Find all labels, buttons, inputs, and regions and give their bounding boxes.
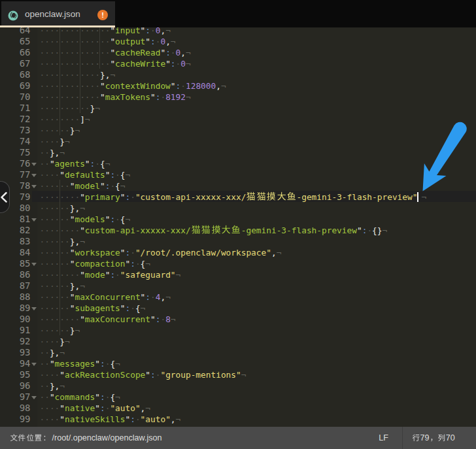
cjk-glyph: [221, 224, 231, 235]
line-number: 75: [0, 146, 31, 158]
status-bar: /root/.openclaw/openclaw.json LF 7970: [0, 427, 476, 449]
cjk-glyph: [231, 224, 241, 235]
cjk-glyph: [277, 191, 286, 202]
code-line-77[interactable]: 77····"defaults":·{¬: [0, 169, 476, 180]
code-line-82[interactable]: 82········"custom-api-xxxxx-xxx/-gemini-…: [0, 224, 476, 235]
line-number: 96: [0, 380, 31, 391]
fold-arrow-icon[interactable]: [31, 185, 37, 188]
line-number: 81: [0, 213, 31, 224]
code-lines: 64··············"input":·0,¬65··········…: [0, 27, 476, 427]
line-number: 87: [0, 280, 31, 291]
sidebar-collapse-button[interactable]: [0, 181, 10, 213]
code-line-73[interactable]: 73······}¬: [0, 124, 476, 135]
cursor-position-indicator[interactable]: 7970: [412, 427, 455, 449]
line-ending-indicator[interactable]: LF: [365, 427, 402, 449]
text-cursor: [417, 192, 418, 202]
fold-arrow-icon[interactable]: [31, 263, 37, 266]
line-number: 72: [0, 113, 31, 124]
code-line-75[interactable]: 75··},¬: [0, 146, 476, 158]
code-line-95[interactable]: 95····"ackReactionScope":·"group-mention…: [0, 369, 476, 380]
code-line-89[interactable]: 89······"subagents":·{¬: [0, 302, 476, 313]
code-line-76[interactable]: 76··"agents":·{¬: [0, 158, 476, 169]
code-line-91[interactable]: 91······}¬: [0, 324, 476, 335]
line-number: 91: [0, 324, 31, 335]
code-line-93[interactable]: 93··},¬: [0, 346, 476, 358]
fold-arrow-icon[interactable]: [31, 307, 37, 310]
line-number: 70: [0, 91, 31, 102]
line-number: 99: [0, 413, 31, 424]
cjk-glyph: [256, 191, 266, 202]
fold-arrow-icon[interactable]: [31, 396, 37, 399]
line-number: 67: [0, 58, 31, 69]
code-line-90[interactable]: 90········"maxConcurrent":·8¬: [0, 313, 476, 324]
code-line-94[interactable]: 94··"messages":·{¬: [0, 358, 476, 369]
code-line-80[interactable]: 80······},¬: [0, 202, 476, 213]
code-line-88[interactable]: 88······"maxConcurrent":·4,¬: [0, 291, 476, 302]
line-number: 98: [0, 402, 31, 413]
code-line-65[interactable]: 65··············"output":·0,¬: [0, 35, 476, 46]
line-number: 74: [0, 135, 31, 146]
code-line-86[interactable]: 86········"mode":·"safeguard"¬: [0, 269, 476, 280]
cjk-glyph: [246, 191, 256, 202]
code-line-72[interactable]: 72········]¬: [0, 113, 476, 124]
code-line-96[interactable]: 96··},¬: [0, 380, 476, 391]
code-line-83[interactable]: 83······},¬: [0, 235, 476, 246]
code-line-79[interactable]: 79········"primary":·"custom-api-xxxxx-x…: [0, 191, 476, 202]
line-number: 69: [0, 80, 31, 91]
fold-arrow-icon[interactable]: [31, 363, 37, 366]
line-number: 71: [0, 102, 31, 113]
code-line-97[interactable]: 97··"commands":·{¬: [0, 391, 476, 402]
line-number: 76: [0, 158, 31, 169]
code-line-71[interactable]: 71··········}¬: [0, 102, 476, 113]
code-line-84[interactable]: 84······"workspace":·"/root/.openclaw/wo…: [0, 246, 476, 258]
code-line-98[interactable]: 98····"native":·"auto",¬: [0, 402, 476, 413]
code-editor[interactable]: 64··············"input":·0,¬65··········…: [0, 27, 476, 427]
code-line-68[interactable]: 68············},¬: [0, 69, 476, 80]
cjk-glyph: [191, 224, 201, 235]
code-line-78[interactable]: 78······"model":·{¬: [0, 180, 476, 191]
fold-arrow-icon[interactable]: [31, 174, 37, 177]
line-number: 83: [0, 235, 31, 246]
cjk-glyph: [211, 224, 221, 235]
chevron-left-icon: [1, 191, 7, 205]
line-number: 97: [0, 391, 31, 402]
line-number: 84: [0, 246, 31, 258]
tab-openclaw-json[interactable]: openclaw.json !: [1, 1, 115, 25]
file-path: /root/.openclaw/openclaw.json: [52, 427, 162, 449]
line-number: 86: [0, 269, 31, 280]
code-line-64[interactable]: 64··············"input":·0,¬: [0, 27, 476, 35]
line-number: 90: [0, 313, 31, 324]
line-number: 68: [0, 69, 31, 80]
code-line-99[interactable]: 99····"nativeSkills":·"auto",¬: [0, 413, 476, 424]
code-line-70[interactable]: 70············"maxTokens":·8192¬: [0, 91, 476, 102]
line-number: 77: [0, 169, 31, 180]
cjk-glyph: [201, 224, 211, 235]
tab-bar: openclaw.json !: [0, 0, 476, 27]
openclaw-spiral-icon: [8, 10, 18, 21]
code-line-66[interactable]: 66··············"cacheRead":·0,¬: [0, 46, 476, 58]
tab-title: openclaw.json: [25, 1, 80, 25]
modified-badge-icon[interactable]: !: [97, 10, 108, 20]
fold-arrow-icon[interactable]: [31, 218, 37, 222]
code-line-74[interactable]: 74····}¬: [0, 135, 476, 146]
code-line-92[interactable]: 92····}¬: [0, 335, 476, 346]
code-line-67[interactable]: 67··············"cacheWrite":·0¬: [0, 58, 476, 69]
code-line-69[interactable]: 69············"contextWindow":·128000,¬: [0, 80, 476, 91]
cjk-glyph: [266, 191, 276, 202]
code-line-87[interactable]: 87······},¬: [0, 280, 476, 291]
code-line-85[interactable]: 85······"compaction":·{¬: [0, 258, 476, 269]
code-line-81[interactable]: 81······"models":·{¬: [0, 213, 476, 224]
editor-window: openclaw.json ! 64··············"input":…: [0, 0, 476, 449]
line-number: 89: [0, 302, 31, 313]
cjk-glyph: [286, 191, 296, 202]
line-number: 85: [0, 258, 31, 269]
line-number: 64: [0, 27, 31, 35]
line-number: 93: [0, 346, 31, 358]
file-location-label: [10, 427, 51, 444]
line-number: 82: [0, 224, 31, 235]
file-location: /root/.openclaw/openclaw.json: [10, 427, 162, 449]
line-number: 92: [0, 335, 31, 346]
line-number: 66: [0, 46, 31, 58]
line-number: 73: [0, 124, 31, 135]
fold-arrow-icon[interactable]: [31, 163, 37, 166]
